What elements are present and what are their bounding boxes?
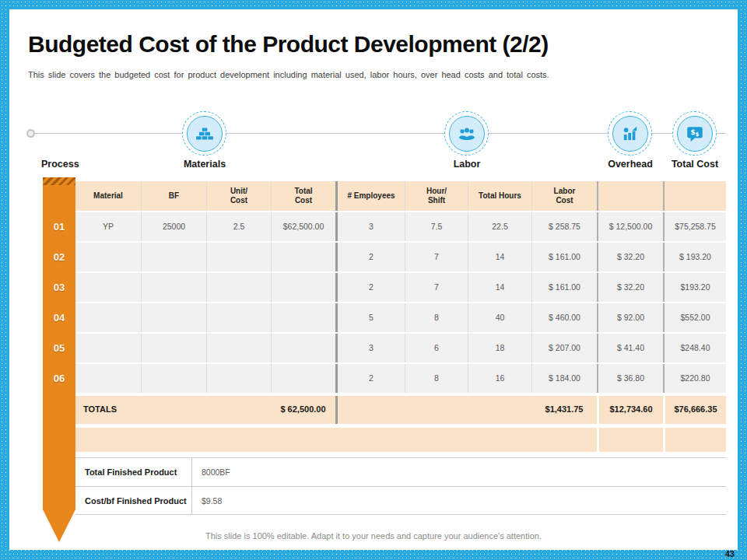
summary-label: Cost/bf Finished Product (75, 487, 192, 514)
summary-label: Total Finished Product (75, 458, 192, 486)
process-label: Process (41, 159, 79, 170)
cell-unit-cost (206, 334, 271, 362)
cell-hour-shift: 8 (405, 364, 468, 393)
cell-labor-cost: $ 258.75 (531, 212, 597, 241)
header-overhead-blank (597, 181, 663, 211)
cell-bf (141, 243, 206, 271)
cell-material (75, 243, 141, 271)
process-step-number: 03 (43, 273, 75, 302)
totals-row: TOTALS $ 62,500.00 $1,431.75 $12,734.60 … (75, 396, 726, 424)
cell-total-cost (271, 334, 335, 362)
process-step-number: 02 (43, 243, 75, 271)
svg-text:$: $ (695, 131, 699, 138)
cell-hour-shift: 7 (405, 273, 468, 302)
process-step-number: 01 (43, 212, 75, 241)
totals-label: TOTALS (75, 396, 271, 424)
cell-total-hours: 14 (468, 273, 531, 302)
footer-note: This slide is 100% editable. Adapt it to… (9, 531, 738, 541)
process-step-number: 05 (43, 334, 75, 362)
header-bf: BF (141, 181, 206, 211)
cell-grand-total: $75,258.75 (663, 212, 726, 241)
cell-unit-cost: 2.5 (206, 212, 271, 241)
header-labor-cost: Labor Cost (531, 181, 597, 211)
table-header-row: Material BF Unit/ Cost Total Cost # Empl… (75, 181, 726, 211)
cell-grand-total: $ 193.20 (663, 243, 726, 271)
cell-total-hours: 18 (468, 334, 531, 362)
cell-material (75, 334, 141, 362)
totals-materials: $ 62,500.00 (271, 396, 335, 424)
bar-chart-icon (612, 116, 648, 152)
cell-unit-cost (206, 303, 271, 332)
cell-labor-cost: $ 207.00 (531, 334, 597, 362)
overhead-icon (608, 111, 652, 156)
cell-labor-cost: $ 460.00 (531, 303, 597, 332)
ribbon-hatch (43, 177, 75, 185)
header-grand-blank (663, 181, 726, 211)
table-row: YP 25000 2.5 $62,500.00 3 7.5 22.5 $ 258… (75, 212, 726, 241)
labor-icon (444, 111, 489, 156)
cell-unit-cost (206, 273, 271, 302)
cell-overhead: $ 92.00 (597, 303, 663, 332)
table-row: 2 8 16 $ 184.00 $ 36.80 $220.80 (75, 364, 726, 393)
cell-total-hours: 22.5 (468, 212, 531, 241)
cell-bf (141, 303, 206, 332)
cell-employees: 3 (335, 212, 405, 241)
process-ribbon: 01 02 03 04 05 06 (43, 177, 75, 542)
summary-value: $9.58 (192, 487, 726, 514)
table-footer-band (75, 428, 726, 452)
slide-canvas: Budgeted Cost of the Product Development… (9, 9, 738, 550)
header-total-cost: Total Cost (271, 181, 335, 211)
bricks-icon (187, 116, 223, 152)
cell-material (75, 303, 141, 332)
cell-grand-total: $193.20 (663, 273, 726, 302)
table-row: 2 7 14 $ 161.00 $ 32.20 $ 193.20 (75, 243, 726, 271)
cell-bf (141, 334, 206, 362)
cell-overhead: $ 41.40 (597, 334, 663, 362)
totals-labor: $1,431.75 (531, 396, 597, 424)
page-title: Budgeted Cost of the Product Development… (28, 31, 713, 58)
cell-labor-cost: $ 161.00 (531, 243, 597, 271)
materials-icon (182, 111, 226, 156)
header-hour-shift: Hour/ Shift (405, 181, 468, 211)
cell-material (75, 273, 141, 302)
header-employees: # Employees (335, 181, 405, 211)
header-unit-cost: Unit/ Cost (206, 181, 271, 211)
cell-total-hours: 16 (468, 364, 531, 393)
cell-hour-shift: 8 (405, 303, 468, 332)
header-material: Material (75, 181, 141, 211)
cell-total-cost (271, 364, 335, 393)
dollar-chat-icon: $ $ (677, 116, 713, 152)
page-subtitle: This slide covers the budgeted cost for … (28, 70, 713, 79)
process-step-number: 04 (43, 303, 75, 332)
cell-material (75, 364, 141, 393)
cell-bf (141, 273, 206, 302)
cell-labor-cost: $ 161.00 (531, 273, 597, 302)
page-number: 43 (725, 549, 735, 558)
totals-overhead: $12,734.60 (597, 396, 663, 424)
cell-labor-cost: $ 184.00 (531, 364, 597, 393)
slide-border: Budgeted Cost of the Product Development… (0, 0, 747, 560)
cell-overhead: $ 32.20 (597, 273, 663, 302)
table-row: 5 8 40 $ 460.00 $ 92.00 $552.00 (75, 303, 726, 332)
total-cost-icon: $ $ (672, 111, 717, 156)
cell-total-cost (271, 243, 335, 271)
cell-grand-total: $552.00 (663, 303, 726, 332)
totals-grand: $76,666.35 (663, 396, 726, 424)
team-icon (449, 116, 485, 152)
cell-total-cost (271, 273, 335, 302)
cell-unit-cost (206, 364, 271, 393)
group-label-materials: Materials (150, 159, 259, 170)
cell-hour-shift: 6 (405, 334, 468, 362)
cell-unit-cost (206, 243, 271, 271)
cell-employees: 3 (335, 334, 405, 362)
cell-overhead: $ 32.20 (597, 243, 663, 271)
summary-row: Total Finished Product 8000BF (75, 457, 726, 486)
table-row: 2 7 14 $ 161.00 $ 32.20 $193.20 (75, 273, 726, 302)
totals-spacer (335, 396, 531, 424)
summary-value: 8000BF (192, 458, 726, 486)
table-row: 3 6 18 $ 207.00 $ 41.40 $248.40 (75, 334, 726, 362)
cell-overhead: $ 12,500.00 (597, 212, 663, 241)
cell-material: YP (75, 212, 141, 241)
group-label-total-cost: Total Cost (640, 159, 738, 170)
timeline-start-dot (26, 129, 35, 138)
